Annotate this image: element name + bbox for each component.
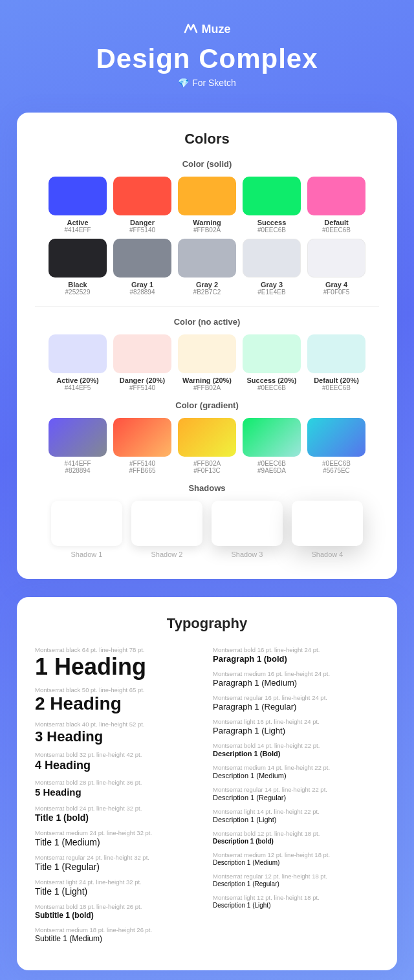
typo-subtitle1-bold: Subtitle 1 (bold)	[35, 911, 201, 920]
color-hex-gray4: #F0F0F5	[323, 289, 350, 296]
typo-desc-med: Description 1 (Medium)	[213, 772, 379, 779]
color-swatch-gray3: Gray 3 #E1E4EB	[243, 239, 301, 296]
typo-para-bold: Paragraph 1 (bold)	[213, 654, 379, 664]
typo-meta-title1-bold: Montserrat bold 24 pt. line-height 32 pt…	[35, 805, 201, 812]
gradient-box-5	[307, 418, 365, 457]
no-active-hex-danger: #FF5140	[129, 384, 155, 391]
color-hex-gray2: #B2B7C2	[193, 289, 221, 296]
typo-meta-desc2-bold: Montserrat bold 12 pt. line-height 18 pt…	[213, 830, 379, 837]
typo-desc-light: Description 1 (Light)	[213, 816, 379, 823]
color-name-default: Default	[324, 219, 348, 226]
color-swatch-active: Active #414EFF	[49, 177, 107, 234]
typo-entry-h3: Montserrat black 40 pt. line-height 52 p…	[35, 721, 201, 745]
typo-title1-reg: Title 1 (Regular)	[35, 862, 201, 872]
gradient-swatch-5: #0EEC6B #5675EC	[307, 418, 365, 474]
typo-meta-desc-med: Montserrat medium 14 pt. line-height 22 …	[213, 764, 379, 771]
typo-h5: 5 Heading	[35, 787, 201, 798]
typo-meta-para-bold: Montserrat bold 16 pt. line-height 24 pt…	[213, 646, 379, 653]
color-hex-active: #414EFF	[64, 226, 91, 234]
color-box-gray2	[178, 239, 236, 278]
color-hex-default: #0EEC6B	[322, 226, 351, 234]
typo-entry-title1-reg: Montserrat regular 24 pt. line-height 32…	[35, 854, 201, 872]
typo-entry-desc2-bold: Montserrat bold 12 pt. line-height 18 pt…	[213, 830, 379, 845]
typo-meta-h4: Montserrat bold 32 pt. line-height 42 pt…	[35, 751, 201, 758]
gradient-swatch-1: #414EFF #828894	[49, 418, 107, 474]
shadow-item-2: Shadow 2	[131, 501, 202, 558]
no-active-name-success: Success (20%)	[246, 376, 296, 384]
typo-desc-reg: Description 1 (Regular)	[213, 794, 379, 801]
color-hex-success: #0EEC6B	[257, 226, 286, 234]
color-name-gray2: Gray 2	[196, 281, 218, 289]
color-swatch-warning-20: Warning (20%) #FFB02A	[178, 334, 236, 391]
typo-meta-title1-light: Montserrat light 24 pt. line-height 32 p…	[35, 878, 201, 886]
color-hex-gray1: #828894	[130, 289, 155, 296]
color-swatch-default-20: Default (20%) #0EEC6B	[307, 334, 365, 391]
page-header: Muze Design Complex 💎 For Sketch	[0, 0, 414, 103]
typo-desc2-med: Description 1 (Medium)	[213, 859, 379, 866]
color-box-gray4	[307, 239, 365, 278]
gradient-hex2-5: #5675EC	[323, 467, 350, 474]
color-hex-danger: #FF5140	[129, 226, 155, 234]
shadows-label: Shadows	[35, 483, 379, 493]
gradient-box-3	[178, 418, 236, 457]
typo-desc-bold: Description 1 (Bold)	[213, 750, 379, 757]
color-box-danger	[113, 177, 171, 215]
typo-title1-light: Title 1 (Light)	[35, 886, 201, 897]
no-active-box-success	[243, 334, 301, 373]
typo-meta-h3: Montserrat black 40 pt. line-height 52 p…	[35, 721, 201, 728]
typography-right-col: Montserrat bold 16 pt. line-height 24 pt…	[213, 646, 379, 950]
typo-entry-desc-med: Montserrat medium 14 pt. line-height 22 …	[213, 764, 379, 779]
typo-meta-para-light: Montserrat light 16 pt. line-height 24 p…	[213, 718, 379, 725]
typo-subtitle1-med: Subtitle 1 (Medium)	[35, 934, 201, 943]
typo-entry-h4: Montserrat bold 32 pt. line-height 42 pt…	[35, 751, 201, 773]
typo-entry-para-med: Montserrat medium 16 pt. line-height 24 …	[213, 670, 379, 688]
color-hex-black: #252529	[65, 289, 91, 296]
shadow-label-3: Shadow 3	[232, 550, 263, 558]
color-swatch-danger-20: Danger (20%) #FF5140	[113, 334, 171, 391]
shadow-box-4	[292, 501, 363, 546]
no-active-label: Color (no active)	[35, 317, 379, 327]
gray-colors-row: Black #252529 Gray 1 #828894 Gray 2 #B2B…	[35, 239, 379, 296]
typography-left-col: Montserrat black 64 pt. line-height 78 p…	[35, 646, 201, 950]
no-active-name-warning: Warning (20%)	[182, 376, 232, 384]
gradient-hex2-1: #828894	[65, 467, 91, 474]
typo-meta-h2: Montserrat black 50 pt. line-height 65 p…	[35, 686, 201, 693]
no-active-colors-row: Active (20%) #414EF5 Danger (20%) #FF514…	[35, 334, 379, 391]
color-swatch-danger: Danger #FF5140	[113, 177, 171, 234]
color-swatch-gray1: Gray 1 #828894	[113, 239, 171, 296]
typo-entry-title1-light: Montserrat light 24 pt. line-height 32 p…	[35, 878, 201, 897]
typo-entry-h2: Montserrat black 50 pt. line-height 65 p…	[35, 686, 201, 714]
logo-icon	[184, 21, 198, 38]
shadow-box-3	[212, 501, 283, 546]
gradient-box-4	[243, 418, 301, 457]
typo-entry-desc-bold: Montserrat bold 14 pt. line-height 22 pt…	[213, 742, 379, 757]
shadow-box-1	[51, 501, 122, 546]
typo-desc2-reg: Description 1 (Regular)	[213, 880, 379, 887]
color-box-active	[49, 177, 107, 215]
color-swatch-default: Default #0EEC6B	[307, 177, 365, 234]
color-swatch-gray4: Gray 4 #F0F0F5	[307, 239, 365, 296]
typo-entry-desc2-med: Montserrat medium 12 pt. line-height 18 …	[213, 851, 379, 866]
color-swatch-warning: Warning #FFB02A	[178, 177, 236, 234]
color-name-warning: Warning	[193, 219, 221, 226]
color-name-gray1: Gray 1	[131, 281, 153, 289]
typo-entry-desc-light: Montserrat light 14 pt. line-height 22 p…	[213, 808, 379, 823]
typo-entry-para-bold: Montserrat bold 16 pt. line-height 24 pt…	[213, 646, 379, 664]
typo-entry-para-reg: Montserrat regular 16 pt. line-height 24…	[213, 694, 379, 712]
typography-card: Typography Montserrat black 64 pt. line-…	[17, 597, 397, 970]
logo-text: Muze	[202, 23, 231, 36]
shadow-label-2: Shadow 2	[151, 550, 183, 558]
color-box-black	[49, 239, 107, 278]
typo-entry-title1-bold: Montserrat bold 24 pt. line-height 32 pt…	[35, 805, 201, 823]
no-active-box-active	[49, 334, 107, 373]
typo-entry-desc2-reg: Montserrat regular 12 pt. line-height 18…	[213, 873, 379, 887]
gradient-hex1-1: #414EFF	[64, 460, 91, 467]
gradient-swatch-4: #0EEC6B #9AE6DA	[243, 418, 301, 474]
typo-meta-desc2-med: Montserrat medium 12 pt. line-height 18 …	[213, 851, 379, 858]
typo-meta-subtitle1-med: Montserrat medium 18 pt. line-height 26 …	[35, 926, 201, 933]
typo-meta-subtitle1-bold: Montserrat bold 18 pt. line-height 26 pt…	[35, 903, 201, 910]
color-name-gray4: Gray 4	[325, 281, 347, 289]
no-active-box-warning	[178, 334, 236, 373]
typo-h1: 1 Heading	[35, 654, 201, 680]
shadow-label-4: Shadow 4	[312, 550, 343, 558]
